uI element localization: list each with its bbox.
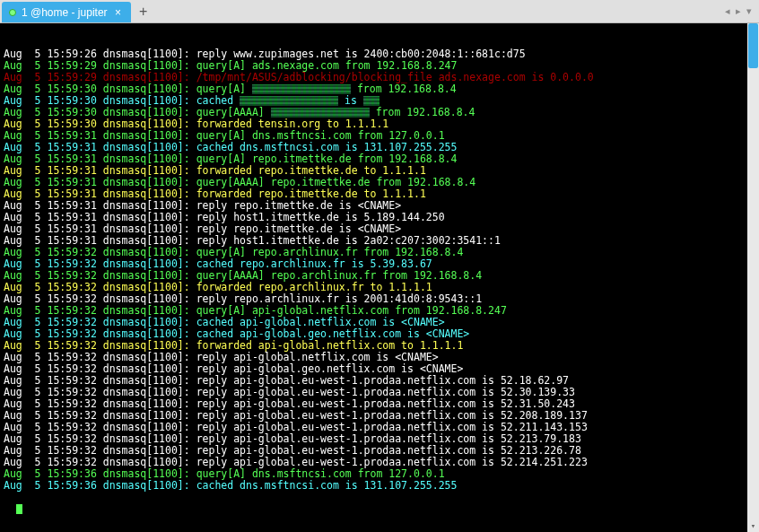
- tab-nav-controls: ◂ ▸ ▾: [725, 0, 759, 22]
- scroll-down-icon[interactable]: ▾: [747, 520, 759, 532]
- cursor-block-icon: [16, 504, 22, 514]
- scrollbar-thumb[interactable]: [748, 23, 758, 68]
- log-line: Aug 5 15:59:36 dnsmasq[1100]: cached dns…: [4, 480, 755, 492]
- terminal-output[interactable]: Aug 5 15:59:26 dnsmasq[1100]: reply www.…: [0, 23, 759, 532]
- redacted-pixelated-icon: [240, 96, 338, 106]
- scrollbar[interactable]: ▴ ▾: [747, 23, 759, 532]
- tab-nav-right-icon[interactable]: ▸: [736, 5, 741, 17]
- redacted-pixelated-icon: [271, 108, 370, 118]
- tab-menu-icon[interactable]: ▾: [746, 5, 752, 17]
- tab-nav-left-icon[interactable]: ◂: [725, 5, 730, 17]
- tab-bar: 1 @home - jupiter × + ◂ ▸ ▾: [0, 0, 759, 23]
- tab-active[interactable]: 1 @home - jupiter ×: [2, 2, 131, 22]
- close-icon[interactable]: ×: [113, 7, 124, 18]
- tab-title: 1 @home - jupiter: [22, 6, 108, 19]
- redacted-pixelated-icon: [363, 96, 380, 106]
- redacted-pixelated-icon: [252, 84, 351, 94]
- new-tab-button[interactable]: +: [131, 0, 156, 22]
- activity-led-icon: [9, 9, 16, 16]
